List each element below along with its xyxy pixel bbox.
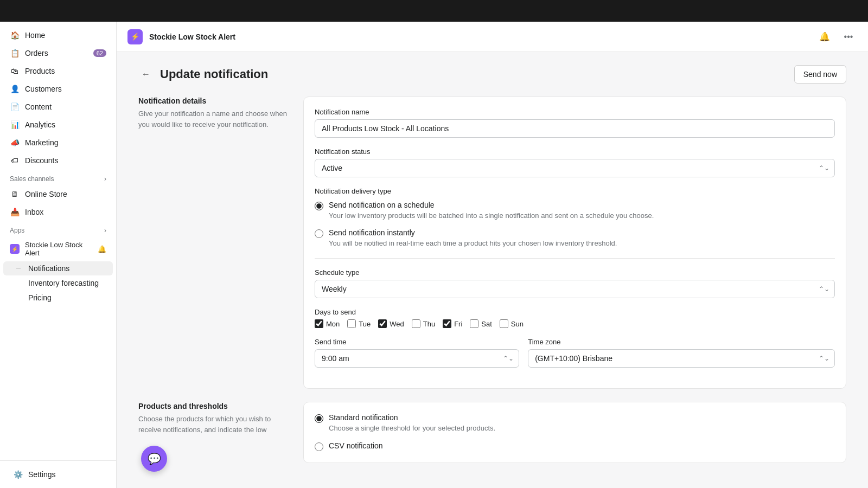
notification-details-card: Notification name Notification status Ac…: [303, 97, 846, 389]
day-sun[interactable]: Sun: [500, 319, 524, 328]
stockie-icon: ⚡: [10, 244, 20, 254]
day-sat-checkbox[interactable]: [470, 319, 478, 328]
sidebar-item-discounts[interactable]: 🏷 Discounts: [3, 152, 113, 169]
delivery-type-label: Notification delivery type: [315, 187, 835, 195]
instant-radio-desc: You will be notified in real-time each t…: [329, 239, 617, 248]
standard-radio-option: Standard notification Choose a single th…: [315, 413, 835, 433]
chat-icon: 💬: [148, 452, 161, 465]
schedule-type-select-wrapper: Daily Weekly Monthly ⌃⌄: [315, 280, 835, 298]
timezone-select[interactable]: (GMT+10:00) Brisbane: [528, 349, 835, 368]
customers-icon: 👤: [10, 84, 20, 94]
section-title: Notification details: [138, 97, 290, 105]
day-sat-label: Sat: [481, 320, 492, 328]
standard-radio-title: Standard notification: [329, 413, 495, 422]
products-section-title: Products and thresholds: [138, 402, 290, 410]
marketing-icon: 📣: [10, 138, 20, 147]
chat-fab-button[interactable]: 💬: [141, 446, 167, 472]
day-fri-label: Fri: [454, 320, 462, 328]
sidebar-item-label: Marketing: [25, 138, 58, 147]
send-time-select[interactable]: 9:00 am: [315, 349, 519, 368]
schedule-section: Schedule type Daily Weekly Monthly ⌃⌄: [315, 268, 835, 377]
days-row: Mon Tue Wed: [315, 319, 835, 328]
schedule-type-select[interactable]: Daily Weekly Monthly: [315, 280, 835, 298]
notification-status-select[interactable]: Active Inactive: [315, 159, 835, 177]
instant-radio-content: Send notification instantly You will be …: [329, 228, 617, 248]
send-time-label: Send time: [315, 338, 519, 346]
csv-radio-content: CSV notification: [329, 441, 383, 452]
sidebar-item-label: Settings: [28, 470, 56, 479]
send-time-select-wrapper: 9:00 am ⌃⌄: [315, 349, 519, 368]
sidebar-item-home[interactable]: 🏠 Home: [3, 27, 113, 44]
sidebar-item-label: Orders: [25, 49, 48, 57]
notification-name-input[interactable]: [315, 119, 835, 138]
sidebar-item-marketing[interactable]: 📣 Marketing: [3, 134, 113, 151]
sidebar-item-stockie[interactable]: ⚡ Stockie Low Stock Alert 🔔: [3, 237, 113, 261]
day-sun-checkbox[interactable]: [500, 319, 508, 328]
instant-radio-option: Send notification instantly You will be …: [315, 228, 835, 248]
sidebar-sub-pricing[interactable]: Pricing: [3, 291, 113, 305]
sidebar-item-content[interactable]: 📄 Content: [3, 98, 113, 115]
send-now-button[interactable]: Send now: [794, 65, 846, 84]
sidebar-item-label: Home: [25, 31, 45, 40]
day-mon-label: Mon: [326, 320, 340, 328]
sidebar-item-analytics[interactable]: 📊 Analytics: [3, 116, 113, 133]
day-fri-checkbox[interactable]: [443, 319, 451, 328]
sidebar-item-settings[interactable]: ⚙️ Settings: [7, 466, 110, 483]
day-wed[interactable]: Wed: [378, 319, 404, 328]
day-sat[interactable]: Sat: [470, 319, 492, 328]
apps-section: Apps ›: [0, 221, 116, 236]
day-thu-label: Thu: [423, 320, 435, 328]
timezone-select-wrapper: (GMT+10:00) Brisbane ⌃⌄: [528, 349, 835, 368]
day-tue[interactable]: Tue: [347, 319, 371, 328]
standard-radio[interactable]: [315, 414, 323, 423]
online-store-icon: 🖥: [10, 189, 20, 199]
settings-icon: ⚙️: [13, 470, 23, 479]
orders-badge: 62: [93, 49, 106, 57]
app-icon: ⚡: [127, 29, 143, 44]
notification-details-section: Notification details Give your notificat…: [138, 97, 846, 389]
day-mon-checkbox[interactable]: [315, 319, 323, 328]
products-section: Products and thresholds Choose the produ…: [138, 402, 846, 463]
sidebar-item-inbox[interactable]: 📥 Inbox: [3, 203, 113, 221]
sidebar-sub-notifications[interactable]: Notifications: [3, 261, 113, 275]
sidebar-item-orders[interactable]: 📋 Orders 62: [3, 44, 113, 62]
sidebar-item-label: Discounts: [25, 156, 58, 165]
day-fri[interactable]: Fri: [443, 319, 462, 328]
csv-radio[interactable]: [315, 442, 323, 451]
bell-header-icon[interactable]: 🔔: [816, 28, 833, 46]
schedule-radio[interactable]: [315, 202, 323, 210]
sidebar-item-label: Customers: [25, 85, 62, 93]
sales-channels-label: Sales channels: [10, 175, 54, 183]
section-desc: Give your notification a name and choose…: [138, 108, 290, 130]
sales-channels-section: Sales channels ›: [0, 170, 116, 185]
schedule-radio-option: Send notification on a schedule Your low…: [315, 201, 835, 221]
sales-channels-chevron[interactable]: ›: [104, 175, 106, 183]
day-thu-checkbox[interactable]: [412, 319, 420, 328]
products-card: Standard notification Choose a single th…: [303, 402, 846, 463]
discounts-icon: 🏷: [10, 156, 20, 165]
day-tue-checkbox[interactable]: [347, 319, 356, 328]
day-wed-checkbox[interactable]: [378, 319, 387, 328]
standard-radio-desc: Choose a single threshold for your selec…: [329, 423, 495, 433]
sidebar-item-label: Online Store: [25, 190, 67, 198]
content-icon: 📄: [10, 102, 20, 112]
sidebar-item-customers[interactable]: 👤 Customers: [3, 80, 113, 98]
day-thu[interactable]: Thu: [412, 319, 435, 328]
products-icon: 🛍: [10, 66, 20, 76]
day-mon[interactable]: Mon: [315, 319, 340, 328]
schedule-radio-title: Send notification on a schedule: [329, 201, 654, 209]
sidebar-item-label: Analytics: [25, 120, 55, 129]
more-header-icon[interactable]: •••: [840, 28, 857, 46]
notification-status-label: Notification status: [315, 147, 835, 156]
sidebar-item-products[interactable]: 🛍 Products: [3, 62, 113, 80]
back-button[interactable]: ←: [138, 67, 154, 82]
sidebar-sub-inventory[interactable]: Inventory forecasting: [3, 276, 113, 290]
sidebar-item-label: Products: [25, 67, 55, 75]
home-icon: 🏠: [10, 30, 20, 40]
sidebar-item-online-store[interactable]: 🖥 Online Store: [3, 185, 113, 203]
notification-name-label: Notification name: [315, 108, 835, 116]
divider: [315, 258, 835, 259]
sidebar-sub-label: Notifications: [28, 264, 69, 273]
apps-chevron[interactable]: ›: [104, 227, 106, 234]
instant-radio[interactable]: [315, 229, 323, 238]
